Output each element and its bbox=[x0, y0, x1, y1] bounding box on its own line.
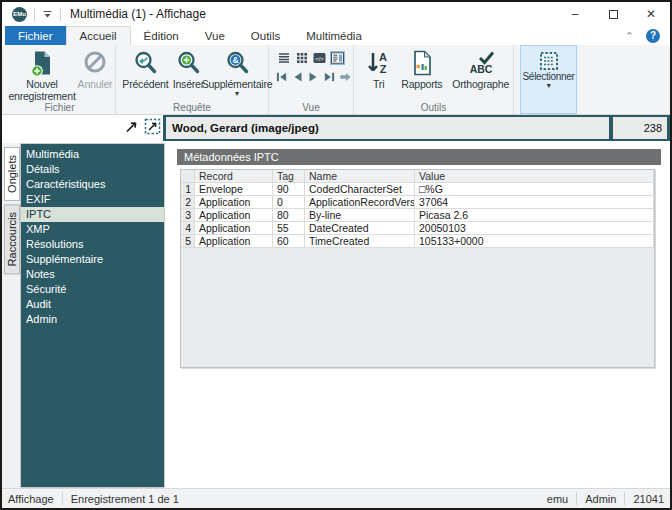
ribbon-tab-row: Fichier Accueil Édition Vue Outils Multi… bbox=[2, 26, 670, 45]
sidebar-item-caracteristiques[interactable]: Caractéristiques bbox=[21, 177, 164, 192]
last-record-icon bbox=[323, 71, 336, 83]
selection-marquee-icon bbox=[539, 51, 559, 71]
next-record-button[interactable] bbox=[306, 70, 321, 84]
tab-vue[interactable]: Vue bbox=[192, 26, 238, 45]
cell-name[interactable]: TimeCreated bbox=[305, 235, 415, 248]
collapse-ribbon-icon[interactable]: ⌃ bbox=[625, 31, 634, 41]
window-title: Multimédia (1) - Affichage bbox=[70, 7, 206, 21]
form-view-icon bbox=[331, 52, 344, 64]
maximize-icon bbox=[609, 10, 618, 19]
tab-fichier[interactable]: Fichier bbox=[5, 26, 66, 45]
select-dropdown-icon: ▾ bbox=[547, 83, 551, 89]
sidebar-item-securite[interactable]: Sécurité bbox=[21, 282, 164, 297]
minimize-button[interactable]: – bbox=[556, 2, 594, 26]
goto-record-icon bbox=[339, 71, 352, 83]
row-number: 5 bbox=[181, 235, 195, 248]
new-record-icon bbox=[29, 50, 55, 77]
cell-record[interactable]: Application bbox=[195, 196, 273, 209]
sidebar-item-exif[interactable]: EXIF bbox=[21, 192, 164, 207]
sidebar-item-resolutions[interactable]: Résolutions bbox=[21, 237, 164, 252]
column-header-name[interactable]: Name bbox=[305, 170, 415, 183]
table-row[interactable]: 1 Envelope 90 CodedCharacterSet □%G bbox=[181, 183, 654, 196]
cell-name[interactable]: DateCreated bbox=[305, 222, 415, 235]
tab-accueil[interactable]: Accueil bbox=[66, 26, 131, 45]
tab-outils[interactable]: Outils bbox=[238, 26, 293, 45]
row-number: 4 bbox=[181, 222, 195, 235]
sidebar-item-audit[interactable]: Audit bbox=[21, 297, 164, 312]
cell-tag[interactable]: 90 bbox=[273, 183, 305, 196]
tab-multimedia[interactable]: Multimédia bbox=[293, 26, 375, 45]
close-button[interactable]: ✕ bbox=[632, 2, 670, 26]
cell-value[interactable]: 20050103 bbox=[415, 222, 654, 235]
pointer-select-icon[interactable] bbox=[144, 118, 161, 135]
side-tab-onglets[interactable]: Onglets bbox=[4, 147, 20, 201]
previous-record-button[interactable] bbox=[290, 70, 305, 84]
table-row[interactable]: 4 Application 55 DateCreated 20050103 bbox=[181, 222, 654, 235]
column-header-value[interactable]: Value bbox=[415, 170, 654, 183]
last-record-button[interactable] bbox=[322, 70, 337, 84]
sidebar-tab-list: Multimédia Détails Caractéristiques EXIF… bbox=[20, 143, 165, 488]
cell-value[interactable]: 105133+0000 bbox=[415, 235, 654, 248]
previous-query-button[interactable]: Précédent bbox=[120, 48, 171, 90]
panel-title: Métadonnées IPTC bbox=[177, 149, 661, 165]
maximize-button[interactable] bbox=[594, 2, 632, 26]
additional-query-button[interactable]: & Supplémentaire ▾ bbox=[206, 48, 268, 97]
table-row[interactable]: 2 Application 0 ApplicationRecordVersion… bbox=[181, 196, 654, 209]
cell-record[interactable]: Envelope bbox=[195, 183, 273, 196]
sidebar-item-supplementaire[interactable]: Supplémentaire bbox=[21, 252, 164, 267]
tab-edition[interactable]: Édition bbox=[131, 26, 192, 45]
select-button[interactable]: Sélectionner ▾ bbox=[520, 45, 577, 114]
cell-value[interactable]: Picasa 2.6 bbox=[415, 209, 654, 222]
cell-tag[interactable]: 55 bbox=[273, 222, 305, 235]
sidebar-item-admin[interactable]: Admin bbox=[21, 312, 164, 327]
record-count: 238 bbox=[613, 117, 667, 139]
cell-name[interactable]: CodedCharacterSet bbox=[305, 183, 415, 196]
sidebar-item-details[interactable]: Détails bbox=[21, 162, 164, 177]
sidebar-item-notes[interactable]: Notes bbox=[21, 267, 164, 282]
ribbon-group-requete: Précédent Insérer & bbox=[116, 45, 269, 114]
sort-button[interactable]: A Z Tri bbox=[362, 48, 395, 90]
cell-name[interactable]: ApplicationRecordVersion bbox=[305, 196, 415, 209]
help-icon[interactable]: ? bbox=[646, 29, 660, 43]
sidebar-item-iptc[interactable]: IPTC bbox=[21, 207, 164, 222]
view-list-button[interactable] bbox=[276, 51, 291, 65]
row-number-header bbox=[181, 170, 195, 183]
cell-tag[interactable]: 80 bbox=[273, 209, 305, 222]
new-record-button[interactable]: Nouvel enregistrement bbox=[8, 48, 76, 102]
view-grid-button[interactable] bbox=[294, 51, 309, 65]
cell-tag[interactable]: 60 bbox=[273, 235, 305, 248]
status-separator bbox=[62, 492, 63, 505]
view-form-button[interactable] bbox=[330, 51, 345, 65]
cell-record[interactable]: Application bbox=[195, 222, 273, 235]
goto-record-button[interactable] bbox=[338, 70, 353, 84]
search-insert-icon bbox=[176, 50, 201, 77]
group-label-requete: Requête bbox=[116, 102, 268, 113]
spellcheck-icon: ABC bbox=[466, 50, 496, 77]
quick-access-dropdown-icon[interactable] bbox=[42, 10, 53, 19]
side-tab-raccourcis[interactable]: Raccourcis bbox=[4, 204, 20, 274]
view-code-button[interactable]: </> bbox=[312, 51, 327, 65]
reports-icon bbox=[409, 50, 435, 77]
table-row[interactable]: 3 Application 80 By-line Picasa 2.6 bbox=[181, 209, 654, 222]
column-header-record[interactable]: Record bbox=[195, 170, 273, 183]
cell-record[interactable]: Application bbox=[195, 235, 273, 248]
table-row[interactable]: 5 Application 60 TimeCreated 105133+0000 bbox=[181, 235, 654, 248]
list-view-icon bbox=[278, 52, 290, 64]
sidebar-item-multimedia[interactable]: Multimédia bbox=[21, 147, 164, 162]
cancel-button[interactable]: Annuler bbox=[76, 48, 114, 90]
cell-tag[interactable]: 0 bbox=[273, 196, 305, 209]
group-label-outils: Outils bbox=[354, 102, 513, 113]
first-record-button[interactable] bbox=[274, 70, 289, 84]
side-tab-strip: Onglets Raccourcis bbox=[2, 143, 20, 488]
cell-name[interactable]: By-line bbox=[305, 209, 415, 222]
pointer-arrow-icon[interactable] bbox=[124, 119, 139, 134]
app-logo-icon[interactable]: EMu bbox=[12, 7, 27, 22]
sidebar-item-xmp[interactable]: XMP bbox=[21, 222, 164, 237]
cell-value[interactable]: □%G bbox=[415, 183, 654, 196]
status-separator bbox=[576, 492, 577, 505]
spelling-button[interactable]: ABC Orthographe bbox=[448, 48, 513, 90]
reports-button[interactable]: Rapports bbox=[395, 48, 448, 90]
cell-value[interactable]: 37064 bbox=[415, 196, 654, 209]
cell-record[interactable]: Application bbox=[195, 209, 273, 222]
column-header-tag[interactable]: Tag bbox=[273, 170, 305, 183]
